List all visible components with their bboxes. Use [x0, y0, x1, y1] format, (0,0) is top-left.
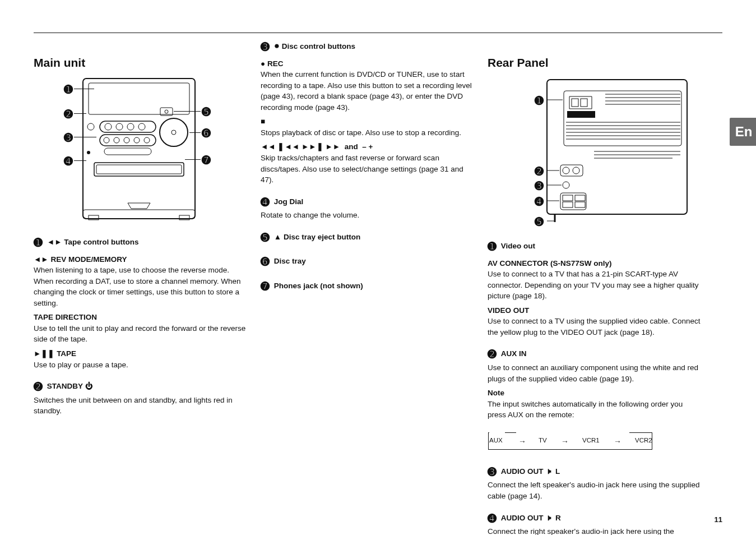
- minus-plus-icon: – +: [362, 142, 373, 151]
- eject-icon: ▲: [274, 233, 281, 241]
- svg-point-21: [87, 123, 94, 130]
- column-rear-panel: Rear Panel: [488, 56, 701, 535]
- item-jog-dial: ➍ Jog Dial Rotate to change the volume.: [261, 195, 474, 221]
- column-main-unit: Main unit: [34, 56, 247, 426]
- language-tab: En: [730, 118, 756, 146]
- item-disc-controls: ➌ ● Disc control buttons ● REC When the …: [261, 39, 474, 186]
- svg-point-17: [144, 137, 150, 143]
- play-pause-icon: ►❚❚: [34, 349, 57, 358]
- svg-point-6: [165, 110, 168, 113]
- svg-point-46: [573, 167, 579, 174]
- record-icon: ●: [261, 59, 267, 68]
- svg-rect-27: [572, 99, 578, 107]
- column-disc-controls: ➌ ● Disc control buttons ● REC When the …: [261, 39, 474, 303]
- svg-point-45: [563, 167, 569, 174]
- speaker-icon: 🔈︎: [545, 513, 553, 524]
- arrow-right-icon: →: [614, 436, 622, 447]
- item-eject: ➎ ▲ Disc tray eject button: [261, 230, 474, 246]
- speaker-icon: 🔈︎: [545, 466, 553, 477]
- svg-rect-25: [547, 80, 687, 214]
- svg-point-16: [134, 137, 140, 143]
- page-number: 11: [715, 515, 722, 524]
- svg-rect-52: [575, 195, 585, 201]
- item-phones-jack: ➐ Phones jack (not shown): [261, 279, 474, 294]
- prev-track-icon: ❚◄◄: [277, 142, 301, 151]
- fast-forward-icon: ►►: [325, 142, 342, 151]
- record-dot-icon: ●: [274, 40, 280, 51]
- item-aux-in: ➋ AUX IN Use to connect an auxiliary com…: [488, 347, 701, 455]
- svg-rect-7: [100, 121, 156, 132]
- item-audio-out-l: ➌ AUDIO OUT 🔈︎ L Connect the left speake…: [488, 464, 701, 502]
- svg-point-11: [138, 123, 145, 130]
- triangle-left-right-icon: ◄►: [47, 238, 62, 246]
- svg-rect-4: [89, 83, 189, 114]
- svg-point-10: [127, 123, 134, 130]
- stop-icon: ■: [261, 117, 265, 126]
- svg-rect-28: [581, 99, 587, 107]
- svg-rect-24: [96, 165, 182, 174]
- item-audio-out-r: ➍ AUDIO OUT 🔈︎ R Connect the right speak…: [488, 511, 701, 535]
- next-track-icon: ►►❚: [302, 142, 325, 151]
- heading-main-unit: Main unit: [34, 56, 247, 70]
- item-video-out: ➊ Video out AV CONNECTOR (S-NS77SW only)…: [488, 239, 701, 338]
- item-standby: ➋ STANDBY ⏻ Switches the unit between on…: [34, 379, 247, 417]
- svg-point-14: [114, 137, 119, 143]
- aux-flow: AUX → TV → VCR1 → VCR2: [488, 426, 701, 455]
- svg-point-20: [171, 130, 176, 135]
- svg-point-9: [116, 123, 123, 130]
- item-disc-tray: ➏ Disc tray: [261, 254, 474, 270]
- svg-point-22: [87, 151, 90, 154]
- heading-rear-panel: Rear Panel: [488, 56, 701, 70]
- svg-point-48: [563, 182, 569, 188]
- main-unit-diagram: ➊ ➋ ➌ ➍ ➎ ➏ ➐: [77, 75, 212, 224]
- svg-rect-0: [83, 79, 195, 219]
- svg-rect-1: [83, 210, 195, 219]
- svg-point-15: [124, 137, 129, 143]
- rear-panel-diagram: ➊ ➋ ➌ ➍ ➎: [527, 76, 695, 225]
- arrow-right-icon: →: [561, 436, 569, 447]
- item-tape-controls: ➊ ◄► Tape control buttons ◄► REV MODE/ME…: [34, 235, 247, 370]
- rewind-icon: ◄◄: [261, 142, 277, 151]
- svg-rect-29: [567, 111, 595, 118]
- arrow-right-icon: →: [518, 436, 526, 447]
- svg-rect-26: [564, 91, 681, 146]
- page-rule: [34, 33, 722, 33]
- svg-point-19: [160, 118, 188, 146]
- svg-rect-51: [563, 195, 573, 201]
- svg-rect-18: [104, 148, 151, 155]
- svg-rect-12: [100, 135, 156, 146]
- svg-rect-54: [575, 202, 585, 207]
- svg-point-13: [104, 137, 109, 143]
- svg-point-8: [105, 123, 112, 130]
- power-icon: ⏻: [85, 382, 93, 391]
- svg-rect-53: [563, 202, 573, 207]
